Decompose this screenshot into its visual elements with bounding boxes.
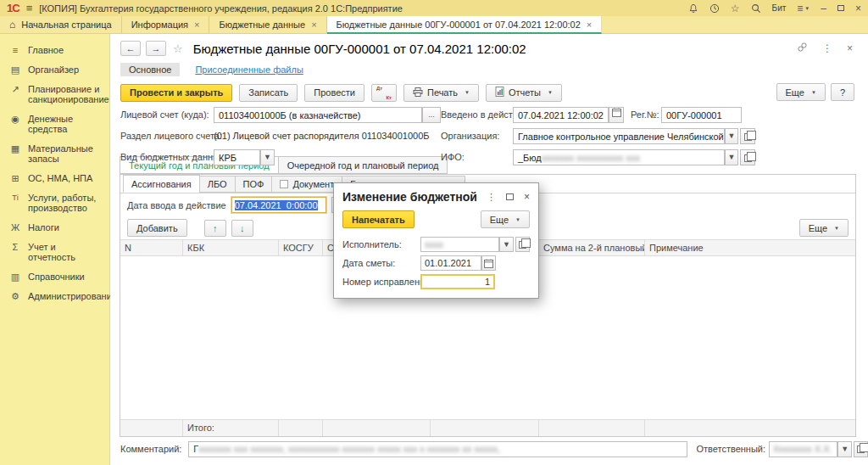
tab-information[interactable]: Информация × bbox=[122, 16, 210, 33]
dtkt-button[interactable]: ДтКт bbox=[371, 84, 397, 102]
money-coin-icon: ◉ bbox=[9, 114, 21, 124]
search-icon[interactable] bbox=[751, 3, 761, 14]
close-form-icon[interactable]: × bbox=[847, 42, 853, 54]
link-icon[interactable] bbox=[797, 42, 808, 54]
service-label[interactable]: Бит bbox=[772, 3, 787, 13]
post-button[interactable]: Провести bbox=[304, 84, 364, 102]
regno-label: Рег.№: bbox=[631, 109, 659, 120]
close-tab-icon[interactable]: × bbox=[587, 20, 592, 30]
organization-open-icon[interactable] bbox=[740, 128, 755, 144]
post-and-close-button[interactable]: Провести и закрыть bbox=[120, 84, 232, 102]
minimize-window-icon[interactable]: – bbox=[821, 3, 826, 14]
dialog-close-icon[interactable]: × bbox=[524, 191, 530, 203]
tab-pof[interactable]: ПОФ bbox=[235, 176, 273, 193]
dialog-titlebar[interactable]: Изменение бюджетной с... ⋮ × bbox=[334, 183, 538, 209]
history-clock-icon[interactable] bbox=[709, 3, 720, 14]
effective-date-field[interactable]: 07.04.2021 12:00:02 bbox=[513, 107, 609, 123]
move-up-button[interactable]: ↑ bbox=[204, 220, 226, 237]
nav-attached-files-link[interactable]: Присоединенные файлы bbox=[195, 64, 303, 75]
main-menu-icon[interactable]: ≡ bbox=[26, 3, 33, 14]
executor-dropdown-icon[interactable]: ▼ bbox=[499, 237, 514, 252]
organization-dropdown-icon[interactable]: ▼ bbox=[725, 128, 738, 144]
catalogs-book-icon: ▥ bbox=[9, 272, 21, 282]
regno-field[interactable]: 00ГУ-000001 bbox=[661, 107, 742, 123]
comment-label: Комментарий: bbox=[120, 444, 181, 454]
tab-budget-data-list[interactable]: Бюджетные данные × bbox=[209, 16, 326, 33]
close-tab-icon[interactable]: × bbox=[311, 20, 316, 30]
tab-budget-document[interactable]: Бюджетные данные 00ГУ-000001 от 07.04.20… bbox=[327, 16, 603, 34]
budget-kind-field[interactable]: КРБ bbox=[214, 149, 260, 165]
account-field[interactable]: 011034001000Б (в казначействе) bbox=[214, 107, 422, 123]
calendar-icon[interactable] bbox=[481, 255, 496, 271]
account-choose-button[interactable]: ... bbox=[422, 107, 441, 123]
sidebar-item-catalogs[interactable]: ▥Справочники bbox=[0, 272, 109, 282]
executor-field[interactable]: хххх bbox=[420, 237, 499, 252]
estimate-date-field[interactable]: 01.01.2021 bbox=[420, 255, 481, 271]
nav-main-tab[interactable]: Основное bbox=[120, 63, 180, 76]
tab-assignments[interactable]: Ассигнования bbox=[123, 175, 200, 193]
sidebar-item-assets[interactable]: ⊞ОС, НМА, НПА bbox=[0, 173, 109, 183]
column-header[interactable]: КОСГУ bbox=[279, 240, 323, 255]
column-header[interactable]: Примечание bbox=[645, 240, 855, 255]
tab-next-year[interactable]: Очередной год и плановый период bbox=[278, 156, 448, 174]
tab-home[interactable]: ⌂ Начальная страница bbox=[0, 16, 122, 33]
restore-window-icon[interactable] bbox=[837, 5, 844, 11]
checkbox-icon bbox=[280, 180, 288, 188]
ifo-dropdown-icon[interactable]: ▼ bbox=[725, 149, 738, 165]
sidebar-item-label: Материальные запасы bbox=[28, 143, 104, 164]
document-header: ← → ☆ Бюджетные данные 00ГУ-000001 от 07… bbox=[110, 34, 868, 59]
responsible-open-icon[interactable] bbox=[854, 441, 868, 457]
dialog-menu-icon[interactable]: ⋮ bbox=[487, 192, 496, 203]
favorite-star-icon[interactable]: ☆ bbox=[173, 42, 183, 55]
reports-button[interactable]: Отчеты▼ bbox=[486, 84, 562, 102]
ifo-label: ИФО: bbox=[441, 152, 465, 162]
sidebar-item-administration[interactable]: ⚙Администрирование bbox=[0, 291, 109, 301]
close-window-icon[interactable]: × bbox=[855, 3, 861, 14]
sidebar-item-organizer[interactable]: ▤Органайзер bbox=[0, 64, 109, 75]
close-tab-icon[interactable]: × bbox=[194, 20, 199, 30]
back-button[interactable]: ← bbox=[120, 41, 141, 56]
sidebar-item-money[interactable]: ◉Денежные средства bbox=[0, 114, 109, 134]
executor-open-icon[interactable] bbox=[515, 237, 530, 252]
functions-menu-icon[interactable]: ≡▼ bbox=[797, 3, 810, 14]
tab-document[interactable]: Документ bbox=[271, 176, 342, 193]
sidebar-item-taxes[interactable]: ЖНалоги bbox=[0, 222, 109, 232]
move-down-button[interactable]: ↓ bbox=[231, 220, 253, 237]
sidebar-item-planning[interactable]: ↗Планирование и санкционирование bbox=[0, 84, 109, 104]
home-icon: ⌂ bbox=[9, 19, 15, 31]
save-button[interactable]: Записать bbox=[239, 84, 298, 102]
dialog-more-button[interactable]: Еще▼ bbox=[481, 210, 530, 228]
sidebar-item-accounting[interactable]: ΣУчет и отчетность bbox=[0, 242, 109, 262]
ifo-open-icon[interactable] bbox=[740, 149, 755, 165]
materials-grid-icon: ▦ bbox=[9, 143, 21, 154]
organization-field[interactable]: Главное контрольное управление Челябинск… bbox=[513, 128, 725, 144]
dialog-maximize-icon[interactable] bbox=[506, 193, 514, 200]
more-button[interactable]: Еще▼ bbox=[776, 83, 826, 101]
sidebar-item-services[interactable]: ТiУслуги, работы, производство bbox=[0, 193, 109, 213]
dialog-print-button[interactable]: Напечатать bbox=[342, 210, 415, 228]
responsible-dropdown-icon[interactable]: ▼ bbox=[837, 441, 852, 457]
correction-number-field[interactable]: 1 bbox=[420, 274, 495, 289]
sidebar-item-materials[interactable]: ▦Материальные запасы bbox=[0, 143, 109, 164]
tab-lbo[interactable]: ЛБО bbox=[199, 176, 236, 193]
more-menu-icon[interactable]: ⋮ bbox=[822, 42, 832, 54]
comment-field[interactable]: Гххххххх ххх ххххххх, ххххххххххх хххххх… bbox=[188, 441, 687, 457]
correction-number-row: Номер исправления: 1 bbox=[334, 272, 538, 291]
notifications-bell-icon[interactable] bbox=[688, 3, 698, 14]
help-button[interactable]: ? bbox=[831, 83, 854, 101]
favorites-star-icon[interactable]: ☆ bbox=[731, 3, 740, 14]
sidebar-item-label: ОС, НМА, НПА bbox=[28, 173, 92, 183]
responsible-field[interactable]: Хххххххх Х.Х. bbox=[769, 441, 837, 457]
column-header[interactable]: N bbox=[120, 240, 183, 255]
add-row-button[interactable]: Добавить bbox=[127, 219, 187, 237]
table-more-button[interactable]: Еще▼ bbox=[799, 219, 849, 237]
print-button[interactable]: Печать▼ bbox=[403, 84, 479, 102]
column-header[interactable]: Сумма на 2-й плановый год bbox=[539, 240, 645, 255]
budget-kind-dropdown-icon[interactable]: ▼ bbox=[260, 149, 275, 165]
entry-date-field[interactable]: 07.04.2021 0:00:00 bbox=[231, 197, 326, 213]
calendar-icon[interactable] bbox=[609, 107, 624, 123]
forward-button[interactable]: → bbox=[146, 41, 166, 56]
sidebar-item-main[interactable]: ≡Главное bbox=[0, 45, 109, 55]
ifo-field[interactable]: _Бюдххххххх хххххххххх ххх bbox=[513, 149, 725, 165]
column-header[interactable]: КБК bbox=[183, 240, 279, 255]
